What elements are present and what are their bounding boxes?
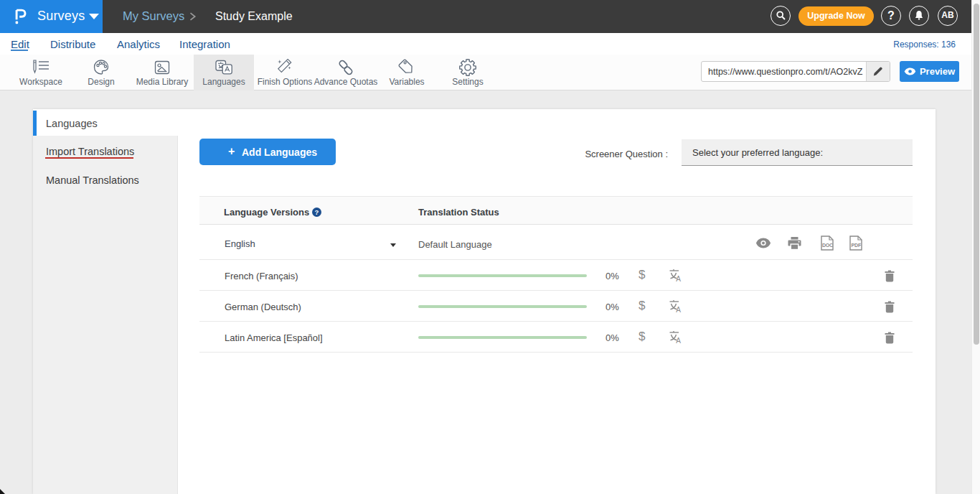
svg-text:A: A — [676, 306, 681, 312]
svg-text:DOC: DOC — [822, 243, 833, 248]
svg-text:A: A — [676, 337, 681, 343]
svg-text:PDF: PDF — [852, 243, 862, 248]
svg-text:?: ? — [314, 208, 319, 216]
svg-text:A: A — [676, 275, 681, 281]
